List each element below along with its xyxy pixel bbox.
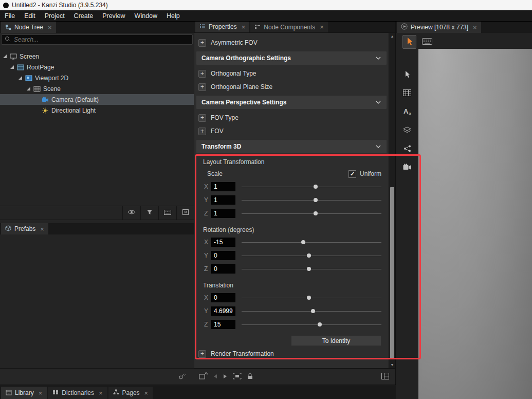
filter-button[interactable] (140, 206, 158, 220)
slider-handle[interactable] (307, 253, 311, 258)
close-icon[interactable]: × (144, 390, 149, 396)
scale-z-slider[interactable] (242, 207, 381, 220)
tab-preview[interactable]: Preview [1078 x 773] × (397, 22, 481, 33)
tab-prefabs[interactable]: Prefabs × (1, 223, 48, 234)
add-property-button[interactable]: + (198, 350, 206, 358)
cursor-tool-icon[interactable] (404, 70, 411, 80)
slider-handle[interactable] (314, 185, 318, 189)
grid-view-button[interactable] (158, 206, 176, 220)
rotation-x-slider[interactable] (242, 235, 381, 249)
tab-library[interactable]: Library × (1, 387, 47, 399)
scroll-down-arrow[interactable]: ▼ (389, 361, 395, 368)
scroll-up-arrow[interactable]: ▲ (389, 33, 395, 40)
translation-z-input[interactable] (211, 320, 235, 329)
scrollbar-thumb[interactable] (390, 187, 394, 359)
prefabs-panel[interactable] (0, 234, 194, 368)
add-property-button[interactable]: + (198, 114, 206, 122)
uniform-checkbox[interactable]: ✓ (348, 170, 356, 178)
translation-y-input[interactable] (211, 306, 235, 316)
connect-tool-icon[interactable] (403, 145, 411, 154)
scale-y-input[interactable] (211, 195, 235, 205)
close-icon[interactable]: × (48, 24, 52, 31)
tree-item-rootpage[interactable]: RootPage (0, 62, 194, 72)
close-icon[interactable]: × (99, 390, 103, 396)
frame-select-button[interactable] (233, 373, 242, 381)
expand-icon[interactable] (9, 65, 14, 70)
menu-window[interactable]: Window (130, 10, 162, 22)
search-input[interactable] (14, 36, 189, 43)
chevron-down-icon[interactable] (375, 99, 381, 106)
tree-item-camera[interactable]: Camera (Default) (0, 94, 194, 105)
text-tool-icon[interactable]: Aa (403, 107, 412, 117)
section-camera-perspective-settings[interactable]: Camera Perspective Settings (196, 96, 387, 109)
expand-icon[interactable] (2, 54, 7, 59)
tree-item-viewport-2d[interactable]: Viewport 2D (0, 72, 194, 83)
close-icon[interactable]: × (473, 24, 477, 31)
keyboard-tool-button[interactable] (420, 35, 434, 49)
pointer-tool-button[interactable] (402, 35, 416, 49)
to-identity-button[interactable]: To Identity (291, 335, 381, 346)
tree-item-directional-light[interactable]: Directional Light (0, 105, 194, 116)
tab-dictionaries[interactable]: Dictionaries × (48, 387, 107, 399)
chevron-down-icon[interactable] (375, 143, 381, 150)
grid-tool-icon[interactable] (403, 89, 411, 98)
rotation-y-input[interactable] (211, 251, 235, 260)
tree-item-scene[interactable]: Scene (0, 83, 194, 94)
slider-handle[interactable] (307, 267, 311, 271)
tab-node-tree[interactable]: Node Tree × (1, 22, 56, 33)
translation-x-slider[interactable] (242, 291, 381, 304)
slider-handle[interactable] (318, 322, 322, 327)
slider-handle[interactable] (314, 211, 318, 215)
slider-handle[interactable] (314, 198, 318, 202)
menu-help[interactable]: Help (162, 10, 185, 22)
rotation-z-input[interactable] (211, 264, 235, 274)
section-camera-orthographic-settings[interactable]: Camera Orthographic Settings (196, 51, 387, 65)
expand-icon[interactable] (26, 86, 31, 92)
menu-create[interactable]: Create (69, 10, 98, 22)
slider-handle[interactable] (307, 296, 311, 300)
menu-project[interactable]: Project (40, 10, 69, 22)
scale-y-slider[interactable] (242, 193, 381, 207)
chevron-down-icon[interactable] (375, 55, 381, 62)
add-property-button[interactable]: + (198, 83, 206, 91)
back-button[interactable] (213, 373, 217, 380)
lock-icon[interactable] (247, 373, 253, 381)
scale-x-slider[interactable] (242, 180, 381, 193)
tab-node-components[interactable]: Node Components × (250, 22, 328, 32)
add-property-button[interactable]: + (198, 70, 206, 78)
rotation-y-slider[interactable] (242, 249, 381, 262)
menu-file[interactable]: File (0, 10, 20, 22)
float-window-button[interactable] (199, 372, 208, 381)
close-icon[interactable]: × (39, 390, 43, 396)
rotation-x-input[interactable] (211, 238, 235, 247)
expand-icon[interactable] (17, 76, 23, 81)
slider-handle[interactable] (301, 240, 305, 244)
close-icon[interactable]: × (40, 226, 44, 232)
add-property-button[interactable]: + (198, 39, 206, 47)
preview-canvas[interactable] (418, 49, 532, 399)
close-icon[interactable]: × (242, 24, 246, 30)
rotation-z-slider[interactable] (242, 262, 381, 276)
forward-button[interactable] (223, 373, 227, 380)
scale-x-input[interactable] (211, 182, 235, 191)
tree-item-screen[interactable]: Screen (0, 51, 194, 62)
properties-scrollbar[interactable]: ▲ ▼ (389, 33, 395, 368)
tools-button[interactable] (178, 372, 186, 382)
menu-preview[interactable]: Preview (98, 10, 130, 22)
translation-x-input[interactable] (211, 293, 235, 302)
visibility-toggle-button[interactable] (122, 206, 140, 220)
camera-tool-icon[interactable] (403, 164, 412, 172)
menu-edit[interactable]: Edit (20, 10, 40, 22)
translation-z-slider[interactable] (242, 318, 381, 331)
tab-properties[interactable]: Properties × (195, 21, 249, 32)
tab-pages[interactable]: Pages × (108, 387, 153, 399)
close-icon[interactable]: × (320, 24, 324, 30)
scale-z-input[interactable] (211, 209, 235, 218)
detach-panel-button[interactable] (176, 206, 194, 220)
translation-y-slider[interactable] (242, 304, 381, 318)
layers-tool-icon[interactable] (403, 126, 411, 135)
slider-handle[interactable] (311, 309, 315, 313)
layout-button[interactable] (381, 373, 389, 381)
add-property-button[interactable]: + (198, 128, 206, 135)
section-transform-3d[interactable]: Transform 3D (196, 140, 387, 153)
